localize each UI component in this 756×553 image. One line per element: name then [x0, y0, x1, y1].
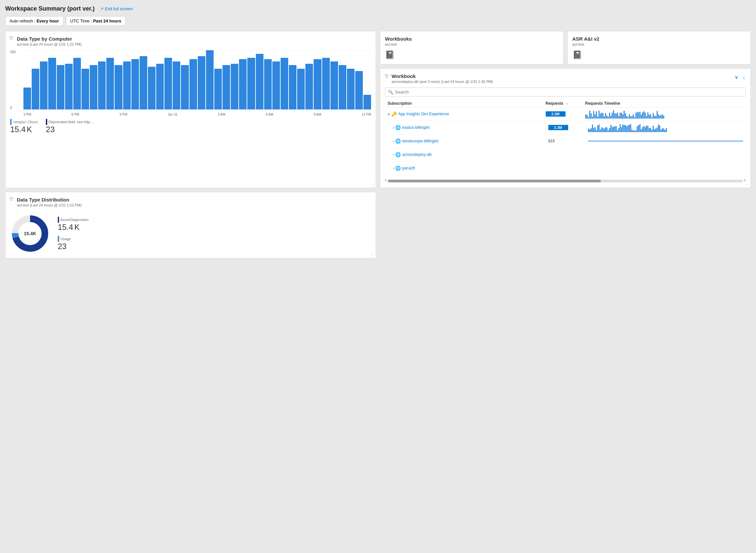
mini-bar: [646, 116, 647, 118]
mini-bar: [596, 111, 597, 118]
mini-chart-azmondeploy: [588, 150, 743, 159]
auto-refresh-button[interactable]: Auto refresh : Every hour: [5, 16, 63, 26]
expand-icon[interactable]: ›: [393, 153, 394, 157]
mini-bar: [637, 112, 638, 118]
x-axis-line: [23, 109, 371, 110]
table-row[interactable]: › 🌐 eastus-billingint 2.3M: [385, 121, 746, 135]
col-requests-timeline: Requests Timeline: [585, 101, 743, 106]
scroll-right-button[interactable]: ›: [744, 177, 746, 183]
mini-bar: [598, 111, 599, 118]
bar: [82, 69, 89, 110]
mini-bar: [643, 111, 644, 118]
bar-chart-area: [23, 50, 371, 110]
mini-bar: [602, 113, 603, 118]
search-icon: 🔍: [388, 89, 393, 94]
donut-section: 15.4K AzureDiagnostics 15.4 K Usage 23: [10, 214, 371, 253]
workbook-table-subtitle: azmondeploy-db (and 3 more) (Last 24 hou…: [391, 80, 746, 84]
row-paruizfi[interactable]: › 🌐 paruizfi: [393, 165, 548, 171]
mini-bar: [662, 128, 663, 132]
asr-icon[interactable]: 📓: [572, 50, 746, 60]
mini-bar: [615, 126, 616, 132]
scrollbar-thumb[interactable]: [388, 180, 601, 182]
globe-icon: 🌐: [395, 138, 401, 144]
donut-legend: AzureDiagnostics 15.4 K Usage 23: [58, 217, 89, 250]
mini-bar: [615, 113, 616, 118]
bar: [264, 59, 272, 110]
bar: [23, 88, 31, 110]
table-row[interactable]: ∨ 🔑 App Insights Dev Experience 2.3M: [385, 107, 746, 121]
chart-stats: <empty> (Sum) 15.4 K Deprecated field: s…: [10, 119, 371, 134]
bar: [181, 65, 189, 110]
mini-bar: [622, 114, 623, 118]
scrollbar-track[interactable]: [388, 180, 743, 182]
exit-fullscreen-link[interactable]: ↗ Exit full screen: [100, 6, 133, 11]
table-row[interactable]: › 🌐 azmondeploy-db: [385, 148, 746, 162]
mini-bar: [625, 113, 626, 118]
table-row[interactable]: › 🌐 paruizfi: [385, 162, 746, 175]
collapse-icon[interactable]: ∨: [388, 112, 390, 116]
bar: [139, 56, 147, 110]
table-row[interactable]: › 🌐 westeurope-billingint 815: [385, 135, 746, 148]
search-input[interactable]: [395, 89, 743, 94]
mini-bar: [643, 126, 644, 132]
mini-bar: [629, 125, 630, 132]
scroll-left-button[interactable]: ‹: [385, 177, 387, 183]
mini-bar: [642, 127, 643, 132]
bar: [247, 58, 255, 110]
mini-bar: [601, 127, 602, 132]
legend-color-azure: [58, 217, 59, 223]
col-requests: Requests ↑↓: [546, 101, 585, 106]
mini-bar: [645, 127, 646, 132]
utc-time-button[interactable]: UTC Time : Past 24 hours: [66, 16, 126, 26]
workbooks-icon[interactable]: 📓: [385, 50, 559, 60]
asr-panel-title: ASR A&I v2: [572, 36, 746, 42]
row-westeurope[interactable]: › 🌐 westeurope-billingint: [393, 138, 548, 144]
expand-icon[interactable]: ›: [393, 166, 394, 170]
right-column: Workbooks aul-test 📓 ASR A&I v2 aul-test…: [380, 31, 751, 188]
mini-bar: [647, 126, 648, 132]
sort-requests-icon[interactable]: ↑↓: [566, 102, 568, 105]
search-bar[interactable]: 🔍: [385, 88, 746, 96]
expand-icon[interactable]: ›: [393, 139, 394, 143]
mini-bar: [588, 129, 589, 132]
horizontal-scroll[interactable]: ‹ ›: [385, 177, 746, 183]
requests-badge-eastus: 2.3M: [548, 125, 568, 130]
legend-value-usage: 23: [58, 242, 89, 250]
bar: [73, 58, 81, 110]
requests-value-westeurope: 815: [548, 139, 555, 143]
row-azmondeploy[interactable]: › 🌐 azmondeploy-db: [393, 152, 548, 157]
bar: [65, 64, 73, 110]
mini-bar: [597, 116, 598, 118]
bar: [272, 62, 280, 110]
mini-bar: [591, 113, 592, 118]
expand-icon[interactable]: ›: [393, 126, 394, 130]
mini-bar: [633, 131, 634, 132]
mini-bar: [616, 126, 617, 132]
mini-bar: [617, 130, 618, 132]
mini-bar: [650, 128, 651, 132]
bar: [206, 50, 214, 110]
globe-icon: 🌐: [395, 125, 401, 130]
bar: [231, 64, 239, 110]
mini-bar: [638, 112, 639, 118]
bar: [314, 59, 321, 110]
mini-bar: [601, 113, 602, 118]
mini-bar: [605, 127, 606, 132]
row-app-insights[interactable]: ∨ 🔑 App Insights Dev Experience: [388, 111, 546, 116]
legend-usage: Usage 23: [58, 236, 89, 250]
mini-bar: [626, 116, 627, 118]
chevron-down-button[interactable]: ∨: [734, 73, 739, 81]
requests-cell-eastus: 2.3M: [548, 125, 588, 130]
bar: [123, 62, 131, 110]
legend-azure-diagnostics: AzureDiagnostics 15.4 K: [58, 217, 89, 231]
bar: [256, 54, 264, 110]
workbooks-panel-title: Workbooks: [385, 36, 559, 42]
bar-chart: 500 0 3 PM 6 PM 9 PM Jan 31 3 AM 6 AM 9 …: [10, 50, 371, 116]
download-button[interactable]: ↓: [742, 73, 746, 81]
workbooks-row: Workbooks aul-test 📓 ASR A&I v2 aul-test…: [380, 31, 751, 64]
row-eastus[interactable]: › 🌐 eastus-billingint: [393, 125, 548, 130]
table-header: Subscription Requests ↑↓ Requests Timeli…: [385, 100, 746, 107]
mini-bar: [610, 125, 611, 132]
bar: [156, 64, 164, 110]
mini-bar: [588, 117, 589, 118]
